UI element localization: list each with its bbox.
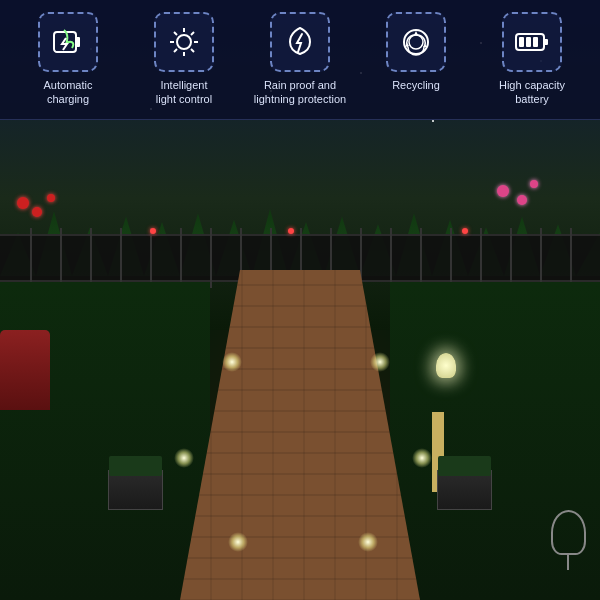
planter-left [108,470,163,510]
ground-light-5 [228,532,248,552]
recycling-icon-box [386,12,446,72]
ground-light-4 [412,448,432,468]
svg-line-9 [191,32,194,35]
svg-rect-15 [519,37,524,47]
svg-point-12 [409,35,423,49]
light-control-label: Intelligent light control [156,78,212,107]
svg-line-8 [191,49,194,52]
planter-right [437,470,492,510]
recycling-label: Recycling [392,78,440,92]
battery-charging-icon [50,24,86,60]
rain-protection-label: Rain proof and lightning protection [254,78,346,107]
recycle-icon [398,24,434,60]
sun-gear-icon [166,24,202,60]
lightning-shield-icon [282,24,318,60]
battery-full-icon [514,24,550,60]
feature-charging: Automatic charging [18,12,118,107]
dot-light-3 [462,228,468,234]
features-panel: Automatic charging [0,0,600,120]
main-container: Automatic charging [0,0,600,600]
ground-light-6 [358,532,378,552]
feature-light-control: Intelligent light control [134,12,234,107]
ground-light-3 [174,448,194,468]
light-post-top [436,353,456,378]
rain-icon-box [270,12,330,72]
svg-line-10 [174,49,177,52]
birdcage [548,510,588,570]
feature-recycling: Recycling [366,12,466,92]
flowers-right [492,180,552,230]
svg-rect-16 [526,37,531,47]
dot-light-1 [150,228,156,234]
ground-light-1 [222,352,242,372]
ground-light-2 [370,352,390,372]
svg-rect-17 [533,37,538,47]
svg-rect-14 [544,39,548,45]
red-planter-left [0,330,50,410]
feature-rain-protection: Rain proof and lightning protection [250,12,350,107]
star [432,120,434,122]
feature-battery: High capacity battery [482,12,582,107]
svg-rect-1 [76,37,80,47]
svg-point-2 [177,35,191,49]
flowers-left [12,192,82,242]
dot-light-2 [288,228,294,234]
light-control-icon-box [154,12,214,72]
svg-line-7 [174,32,177,35]
battery-label: High capacity battery [499,78,565,107]
battery-icon-box [502,12,562,72]
charging-label: Automatic charging [44,78,93,107]
charging-icon-box [38,12,98,72]
